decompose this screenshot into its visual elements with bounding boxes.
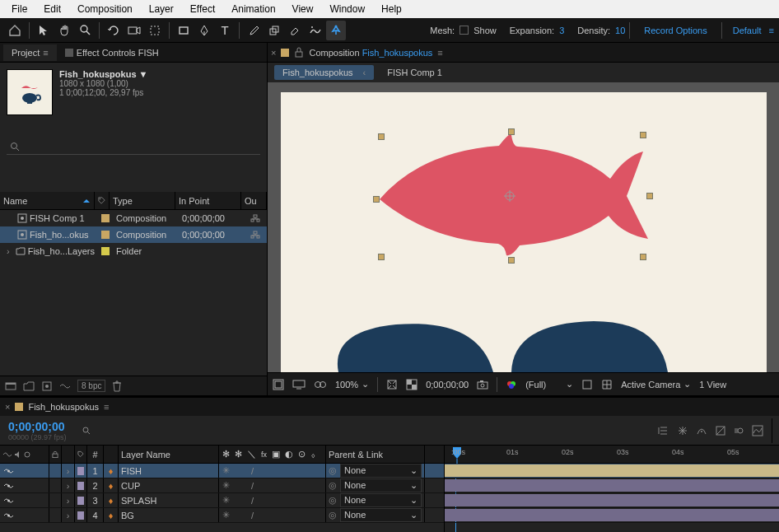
- track-row[interactable]: [445, 478, 779, 493]
- record-options-button[interactable]: Record Options: [644, 26, 707, 35]
- col-tag-header[interactable]: [95, 192, 110, 209]
- magnify-icon[interactable]: [273, 379, 284, 390]
- type-tool-icon[interactable]: T: [215, 21, 235, 40]
- project-settings-icon[interactable]: [59, 382, 71, 390]
- layer-row[interactable]: ›1♦FISH✳/◎None⌄: [0, 464, 444, 478]
- current-time-display[interactable]: 0;00;00;00: [426, 380, 469, 390]
- pickwhip-icon[interactable]: ◎: [329, 510, 337, 520]
- comp-mini-flowchart-icon[interactable]: [658, 425, 669, 436]
- visibility-eye-icon[interactable]: [2, 480, 14, 492]
- layer-row[interactable]: ›4♦BG✳/◎None⌄: [0, 508, 444, 523]
- orbit-tool-icon[interactable]: [104, 21, 124, 40]
- selection-handle[interactable]: [508, 128, 515, 135]
- parent-dropdown[interactable]: None⌄: [340, 493, 422, 507]
- shy-icon[interactable]: [696, 426, 707, 436]
- project-item[interactable]: FISH Comp 1Composition0;00;00;00: [0, 210, 267, 226]
- pickwhip-icon[interactable]: ◎: [329, 465, 337, 476]
- rectangle-tool-icon[interactable]: [174, 21, 194, 40]
- layer-duration-bar[interactable]: [445, 479, 779, 492]
- comp-panel-menu-icon[interactable]: ≡: [437, 48, 442, 58]
- puppet-tool-icon[interactable]: [326, 21, 346, 40]
- timeline-tab-name[interactable]: Fish_hokuspokus: [28, 402, 99, 412]
- menu-window[interactable]: Window: [321, 0, 373, 18]
- region-icon[interactable]: [581, 379, 593, 390]
- layer-duration-bar[interactable]: [445, 464, 779, 477]
- menu-edit[interactable]: Edit: [35, 0, 69, 18]
- camera-tool-icon[interactable]: [124, 21, 144, 40]
- timeline-search-input[interactable]: [95, 426, 250, 436]
- eraser-tool-icon[interactable]: [285, 21, 305, 40]
- time-ruler[interactable]: :00s01s02s03s04s05s06: [445, 446, 779, 464]
- screen-icon[interactable]: [292, 380, 306, 390]
- menu-help[interactable]: Help: [373, 0, 410, 18]
- selection-handle[interactable]: [508, 257, 515, 264]
- comp-tab-label[interactable]: Composition Fish_hokuspokus: [309, 48, 432, 58]
- views-dropdown[interactable]: 1 View: [699, 380, 726, 390]
- project-search-input[interactable]: [21, 142, 257, 152]
- selection-handle[interactable]: [640, 254, 646, 260]
- selection-handle[interactable]: [373, 196, 380, 203]
- project-comp-name[interactable]: Fish_hokuspokus ▼: [59, 69, 147, 79]
- home-icon[interactable]: [5, 21, 25, 40]
- workspace-preset[interactable]: Default: [733, 26, 762, 35]
- project-tab[interactable]: Project ≡: [3, 44, 57, 61]
- col-out-header[interactable]: Ou: [245, 196, 257, 206]
- grid-icon[interactable]: [601, 379, 613, 390]
- snapshot-icon[interactable]: [477, 380, 488, 390]
- pickwhip-icon[interactable]: ◎: [329, 495, 337, 506]
- new-comp-icon[interactable]: [41, 380, 53, 392]
- parent-dropdown[interactable]: None⌄: [340, 478, 422, 492]
- zoom-dropdown[interactable]: 100% ⌄: [335, 379, 369, 390]
- camera-dropdown[interactable]: Active Camera ⌄: [621, 379, 691, 390]
- close-tab-button[interactable]: ×: [271, 48, 276, 58]
- composition-thumbnail[interactable]: [7, 69, 53, 115]
- lock-icon[interactable]: [294, 47, 304, 58]
- clone-tool-icon[interactable]: [264, 21, 284, 40]
- visibility-eye-icon[interactable]: [2, 465, 14, 477]
- roto-tool-icon[interactable]: [306, 21, 325, 40]
- menu-composition[interactable]: Composition: [69, 0, 141, 18]
- col-type-header[interactable]: Type: [113, 196, 133, 206]
- hand-tool-icon[interactable]: [54, 21, 74, 40]
- mesh-show-checkbox[interactable]: [459, 26, 469, 35]
- col-in-header[interactable]: In Point: [179, 196, 209, 206]
- pan-behind-icon[interactable]: [145, 21, 165, 40]
- track-row[interactable]: [445, 493, 779, 508]
- zoom-tool-icon[interactable]: [75, 21, 95, 40]
- layer-row[interactable]: ›3♦SPLASH✳/◎None⌄: [0, 493, 444, 508]
- panel-menu-icon[interactable]: ≡: [43, 48, 48, 58]
- layer-num-header[interactable]: #: [87, 446, 104, 463]
- density-value[interactable]: 10: [615, 26, 625, 35]
- selection-handle[interactable]: [378, 254, 385, 260]
- layer-duration-bar[interactable]: [445, 494, 779, 506]
- motion-blur-icon[interactable]: [734, 426, 744, 436]
- selection-handle[interactable]: [378, 133, 385, 140]
- trash-icon[interactable]: [112, 380, 122, 392]
- pen-tool-icon[interactable]: [194, 21, 214, 40]
- selection-handle[interactable]: [646, 193, 653, 199]
- layer-row[interactable]: ›2♦CUP✳/◎None⌄: [0, 478, 444, 493]
- col-name-header[interactable]: Name: [3, 196, 27, 206]
- breadcrumb-current[interactable]: Fish_hokuspokus‹: [274, 65, 374, 80]
- timeline-panel-menu-icon[interactable]: ≡: [104, 402, 109, 412]
- parent-header[interactable]: Parent & Link: [326, 446, 425, 463]
- menu-effect[interactable]: Effect: [182, 0, 223, 18]
- mask-visibility-icon[interactable]: [314, 380, 327, 389]
- menu-file[interactable]: File: [3, 0, 35, 18]
- project-item[interactable]: ›Fish_ho...LayersFolder: [0, 243, 267, 259]
- breadcrumb-nested[interactable]: FISH Comp 1: [379, 65, 450, 80]
- selection-tool-icon[interactable]: [34, 21, 54, 40]
- interpret-footage-icon[interactable]: [5, 380, 16, 392]
- brush-tool-icon[interactable]: [244, 21, 264, 40]
- menu-animation[interactable]: Animation: [223, 0, 283, 18]
- project-item[interactable]: Fish_ho...okusComposition0;00;00;00: [0, 226, 267, 243]
- menu-view[interactable]: View: [284, 0, 322, 18]
- layer-duration-bar[interactable]: [445, 509, 779, 521]
- pickwhip-icon[interactable]: ◎: [329, 480, 337, 491]
- new-folder-icon[interactable]: [23, 381, 35, 391]
- visibility-eye-icon[interactable]: [2, 510, 14, 521]
- current-time-code[interactable]: 0;00;00;00: [8, 420, 67, 433]
- bpc-indicator[interactable]: 8 bpc: [77, 380, 105, 392]
- layer-name-header[interactable]: Layer Name: [119, 446, 219, 463]
- expansion-value[interactable]: 3: [559, 26, 564, 35]
